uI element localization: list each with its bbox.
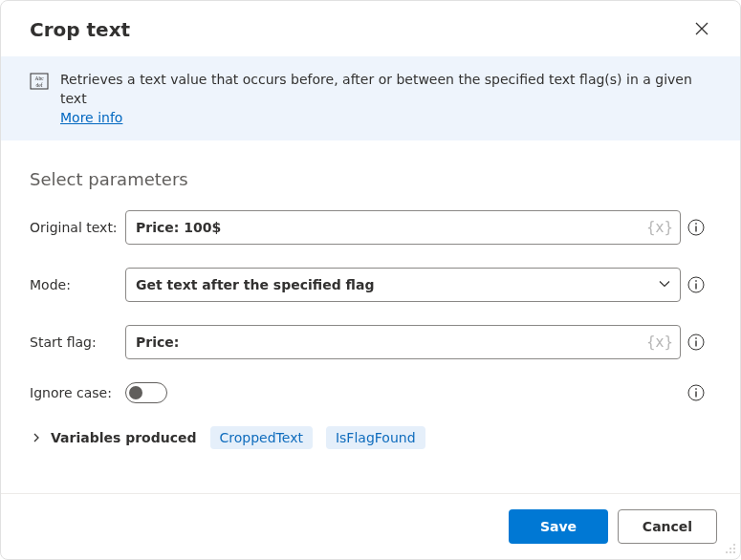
banner-description: Retrieves a text value that occurs befor… xyxy=(60,72,692,106)
svg-point-20 xyxy=(733,551,735,553)
start-flag-help-button[interactable] xyxy=(687,334,705,351)
svg-text:Abc: Abc xyxy=(34,75,44,81)
ignore-case-help-button[interactable] xyxy=(687,384,705,401)
svg-rect-11 xyxy=(695,337,696,339)
svg-point-16 xyxy=(730,548,731,549)
crop-text-dialog: Crop text Abc def Retrieves a text value… xyxy=(0,0,741,560)
banner-text-wrap: Retrieves a text value that occurs befor… xyxy=(60,70,711,127)
svg-rect-4 xyxy=(695,226,696,232)
row-start-flag: Start flag: {x} xyxy=(30,325,711,359)
ignore-case-toggle[interactable] xyxy=(125,382,167,403)
svg-text:def: def xyxy=(35,82,42,88)
original-text-input[interactable] xyxy=(125,210,681,245)
svg-point-15 xyxy=(733,544,735,546)
mode-label: Mode: xyxy=(30,277,125,292)
row-ignore-case: Ignore case: xyxy=(30,382,711,403)
svg-rect-14 xyxy=(695,388,696,390)
variable-chip-isflagfound[interactable]: IsFlagFound xyxy=(326,426,425,449)
toggle-knob xyxy=(129,386,142,399)
info-icon xyxy=(687,384,705,401)
resize-grip-icon[interactable] xyxy=(725,542,736,557)
info-icon xyxy=(687,276,705,293)
row-mode: Mode: Get text after the specified flag xyxy=(30,268,711,302)
dialog-body: Select parameters Original text: {x} Mod… xyxy=(1,140,740,493)
variables-produced-row[interactable]: Variables produced CroppedText IsFlagFou… xyxy=(30,426,711,449)
svg-rect-13 xyxy=(695,392,696,398)
variable-chip-croppedtext[interactable]: CroppedText xyxy=(210,426,313,449)
section-title: Select parameters xyxy=(30,169,711,189)
info-icon xyxy=(687,334,705,351)
original-text-help-button[interactable] xyxy=(687,219,705,236)
start-flag-input[interactable] xyxy=(125,325,681,359)
svg-rect-8 xyxy=(695,280,696,282)
mode-field-wrap: Get text after the specified flag xyxy=(125,268,681,302)
original-text-field-wrap: {x} xyxy=(125,210,681,245)
original-text-label: Original text: xyxy=(30,220,125,235)
mode-help-button[interactable] xyxy=(687,276,705,293)
description-banner: Abc def Retrieves a text value that occu… xyxy=(1,56,740,140)
dialog-footer: Save Cancel xyxy=(1,493,740,559)
variables-produced-label: Variables produced xyxy=(51,430,197,445)
row-original-text: Original text: {x} xyxy=(30,210,711,245)
info-icon xyxy=(687,219,705,236)
dialog-title: Crop text xyxy=(30,18,130,41)
svg-rect-5 xyxy=(695,223,696,225)
svg-point-18 xyxy=(726,551,728,553)
svg-point-17 xyxy=(733,548,735,549)
close-button[interactable] xyxy=(687,14,717,45)
close-icon xyxy=(695,22,708,38)
chevron-right-icon xyxy=(30,431,43,444)
svg-point-19 xyxy=(730,551,731,553)
ignore-case-field-wrap xyxy=(125,382,681,403)
svg-rect-10 xyxy=(695,341,696,347)
start-flag-label: Start flag: xyxy=(30,334,125,350)
svg-rect-7 xyxy=(695,284,696,290)
abc-def-icon: Abc def xyxy=(30,72,49,91)
more-info-link[interactable]: More info xyxy=(60,110,122,125)
ignore-case-label: Ignore case: xyxy=(30,385,125,400)
dialog-header: Crop text xyxy=(1,1,740,56)
save-button[interactable]: Save xyxy=(509,509,608,544)
start-flag-field-wrap: {x} xyxy=(125,325,681,359)
mode-select[interactable]: Get text after the specified flag xyxy=(125,268,681,302)
cancel-button[interactable]: Cancel xyxy=(618,509,717,544)
